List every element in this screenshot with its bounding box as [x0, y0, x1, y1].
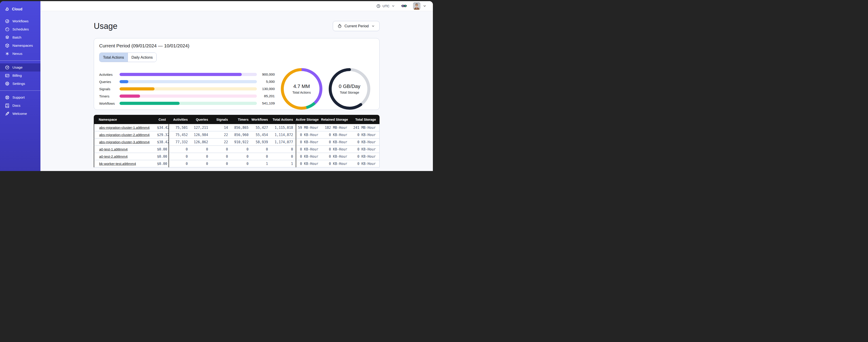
tab-daily-actions[interactable]: Daily Actions — [128, 53, 156, 62]
sidebar-item-welcome[interactable]: Welcome — [0, 110, 40, 118]
sidebar-item-label: Nexus — [12, 52, 22, 56]
screenshot-stage: Cloud WorkflowsSchedulesBatchNamespacesN… — [0, 0, 434, 171]
bar-value: 85,201 — [257, 94, 275, 98]
tab-total-actions[interactable]: Total Actions — [99, 53, 128, 62]
actions-bar-chart: Activities900,000Queries5,000Signals130,… — [99, 73, 275, 105]
bar-fill — [120, 102, 180, 105]
bar-row-signals: Signals130,000 — [99, 87, 275, 91]
namespace-link[interactable]: bk-worker-test.a98mm4 — [99, 162, 136, 166]
donut-sub-label: Total Storage — [340, 91, 359, 94]
value-cell: 0 — [231, 160, 251, 167]
sidebar-item-schedules[interactable]: Schedules — [0, 25, 40, 33]
sidebar-item-namespaces[interactable]: Namespaces — [0, 41, 40, 49]
sidebar-item-label: Namespaces — [12, 43, 33, 47]
bar-track — [120, 87, 257, 91]
column-header: Retained Storage — [321, 115, 350, 124]
value-cell: 0 KB-Hour — [321, 153, 350, 160]
namespace-link[interactable]: abs-migration-cluster-2.a98mm4 — [99, 133, 150, 137]
column-header: Timers — [231, 115, 251, 124]
bar-value: 541,109 — [257, 101, 275, 105]
sidebar-item-billing[interactable]: Billing — [0, 71, 40, 80]
value-cell: 55,427 — [251, 124, 271, 131]
sidebar-nav: WorkflowsSchedulesBatchNamespacesNexusUs… — [0, 15, 40, 118]
topbar: UTC — [40, 1, 433, 11]
page-header: Usage Current Period — [94, 21, 379, 31]
sidebar-item-label: Batch — [12, 35, 22, 39]
column-header: Cost — [157, 115, 168, 124]
value-cell: 0 KB-Hour — [321, 138, 350, 146]
user-avatar — [413, 2, 421, 10]
bar-track — [120, 73, 257, 76]
value-cell: 856,865 — [231, 124, 251, 131]
sidebar-item-nexus[interactable]: Nexus — [0, 49, 40, 58]
value-cell: 0 — [190, 153, 211, 160]
support-icon — [5, 95, 10, 100]
namespace-link[interactable]: a0-test-2.a98mm4 — [99, 155, 128, 158]
feedback-glasses-button[interactable] — [401, 3, 407, 9]
table-header: NamespaceCostActivitiesQueriesSignalsTim… — [94, 115, 379, 124]
table-row: a0-test-2.a98mm4$0.000000000 KB-Hour0 KB… — [94, 153, 379, 160]
period-selector-button[interactable]: Current Period — [333, 21, 379, 31]
value-cell: 0 — [251, 146, 271, 153]
sidebar-item-batch[interactable]: Batch — [0, 33, 40, 41]
namespace-cell: a0-test-1.a98mm4 — [94, 146, 157, 153]
value-cell: 126,984 — [190, 131, 211, 138]
value-cell: 75,452 — [168, 131, 190, 138]
namespace-link[interactable]: abs-migration-cluster-1.a98mm4 — [99, 126, 150, 130]
value-cell: 22 — [211, 138, 231, 146]
main-column: UTC Usage Current Period — [40, 1, 433, 171]
sidebar-item-workflows[interactable]: Workflows — [0, 17, 40, 25]
column-header: Signals — [211, 115, 231, 124]
usage-icon — [5, 65, 10, 70]
value-cell: 77,332 — [168, 138, 190, 146]
column-header: Queries — [190, 115, 211, 124]
value-cell: 0 KB-Hour — [296, 146, 321, 153]
usage-charts: Activities900,000Queries5,000Signals130,… — [99, 68, 374, 110]
value-cell: 58,939 — [251, 138, 271, 146]
value-cell: 0 KB-Hour — [321, 146, 350, 153]
table-row: bk-worker-test.a98mm4$0.000000110 KB-Hou… — [94, 160, 379, 167]
namespace-link[interactable]: a0-test-1.a98mm4 — [99, 147, 128, 151]
bar-value: 5,000 — [257, 80, 275, 84]
donut-total-storage: 0 GB/DayTotal Storage — [329, 68, 370, 110]
namespace-cell: abs-migration-cluster-1.a98mm4 — [94, 124, 157, 131]
bar-track — [120, 95, 257, 98]
account-menu[interactable] — [413, 2, 427, 10]
timezone-label: UTC — [382, 4, 390, 8]
value-cell: 0 — [190, 160, 211, 167]
sidebar-item-usage[interactable]: Usage — [0, 63, 40, 71]
value-cell: 0 KB-Hour — [350, 146, 379, 153]
value-cell: 0 — [168, 160, 190, 167]
value-cell: $38.42 — [157, 138, 168, 146]
bar-row-activities: Activities900,000 — [99, 73, 275, 76]
bar-label: Signals — [99, 87, 120, 91]
value-cell: 182 MB-Hour — [321, 124, 350, 131]
value-cell: 14 — [211, 124, 231, 131]
value-cell: 0 — [271, 153, 296, 160]
value-cell: 0 — [168, 146, 190, 153]
sidebar-item-support[interactable]: Support — [0, 93, 40, 102]
timezone-selector[interactable]: UTC — [376, 4, 395, 8]
donut-sub-label: Total Actions — [292, 91, 311, 94]
stopwatch-icon — [337, 24, 342, 28]
chevron-down-icon — [391, 4, 395, 8]
sidebar-collapse-button[interactable] — [31, 7, 36, 12]
page-title: Usage — [94, 22, 118, 31]
donut-center: 4.7 MMTotal Actions — [281, 68, 322, 110]
content-area: Usage Current Period Current Period (09/… — [40, 11, 433, 171]
value-cell: 0 KB-Hour — [321, 131, 350, 138]
value-cell: 241 MB-Hour — [350, 124, 379, 131]
namespace-usage-table: NamespaceCostActivitiesQueriesSignalsTim… — [94, 115, 379, 167]
donut-center: 0 GB/DayTotal Storage — [329, 68, 370, 110]
temporal-logo-icon — [5, 7, 10, 12]
column-header: Activities — [168, 115, 190, 124]
namespace-cell: a0-test-2.a98mm4 — [94, 153, 157, 160]
namespace-link[interactable]: abs-migration-cluster-3.a98mm4 — [99, 140, 150, 144]
value-cell: 0 — [211, 146, 231, 153]
sidebar: Cloud WorkflowsSchedulesBatchNamespacesN… — [0, 1, 40, 171]
sidebar-item-settings[interactable]: Settings — [0, 80, 40, 88]
app-window: Cloud WorkflowsSchedulesBatchNamespacesN… — [0, 1, 433, 171]
sidebar-item-docs[interactable]: Docs — [0, 102, 40, 110]
value-cell: $29.32 — [157, 131, 168, 138]
bar-label: Timers — [99, 94, 120, 98]
